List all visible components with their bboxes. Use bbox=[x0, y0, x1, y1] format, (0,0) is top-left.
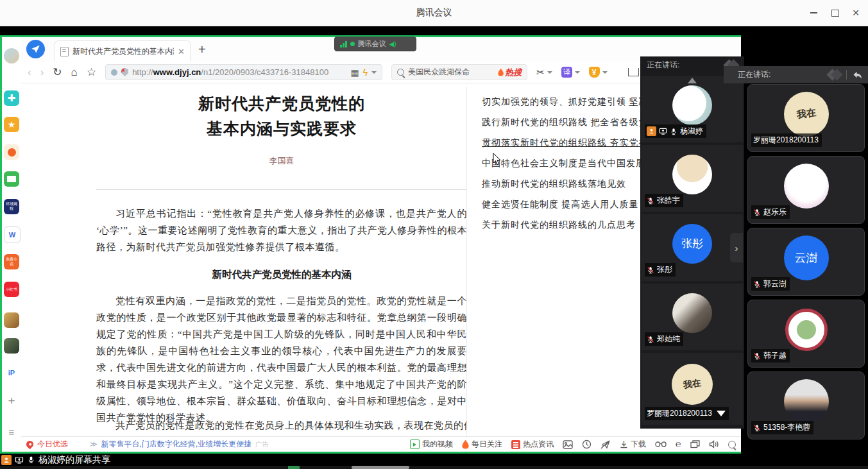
qr-code-icon[interactable]: ▦ bbox=[350, 67, 359, 78]
download-button[interactable]: 下载 bbox=[620, 439, 646, 450]
forward-button[interactable]: › bbox=[40, 67, 44, 78]
video-tile[interactable]: 赵乐乐 bbox=[747, 156, 865, 224]
window-restore-button[interactable] bbox=[824, 0, 846, 26]
recording-dot-icon bbox=[350, 42, 355, 46]
xiaohongshu-icon[interactable]: 小红书 bbox=[4, 282, 19, 297]
video-tile[interactable]: 郑始纯 bbox=[642, 284, 743, 350]
participant-name: 51358-李艳蓉 bbox=[763, 422, 810, 433]
mail-icon[interactable] bbox=[4, 171, 19, 187]
scissors-icon: ✂ bbox=[536, 67, 545, 78]
expand-panel-button[interactable]: › bbox=[730, 233, 743, 262]
browser-logo-icon[interactable] bbox=[26, 40, 45, 58]
related-link[interactable]: 中国特色社会主义制度是当代中国发展进步… bbox=[482, 158, 663, 178]
video-tile[interactable]: 张彤 张彤 › bbox=[642, 214, 743, 281]
video-tile[interactable]: 我在 罗丽珊2018200113 bbox=[642, 353, 743, 425]
mic-muted-icon bbox=[753, 352, 761, 360]
window-minimize-button[interactable] bbox=[803, 0, 824, 26]
window-close-button[interactable]: ✕ bbox=[845, 0, 867, 26]
wallet-shield-tool[interactable]: ¥ bbox=[589, 67, 608, 78]
video-tile[interactable]: 张皓宇 bbox=[642, 145, 743, 212]
shared-screen: ✚ ★ 环球网校 W 免费小说 小红书 iP + ≡ 新时代共产党员党性的基本内… bbox=[0, 35, 741, 454]
dock-add-icon[interactable]: + bbox=[4, 393, 19, 409]
my-videos-button[interactable]: 我的视频 bbox=[410, 439, 453, 450]
dock-menu-icon[interactable]: ≡ bbox=[4, 424, 19, 439]
page-search-icon[interactable] bbox=[728, 441, 736, 448]
avatar bbox=[672, 293, 712, 333]
speed-bolt-icon[interactable]: ϟ bbox=[363, 67, 368, 78]
history-clock-icon[interactable] bbox=[582, 439, 591, 449]
related-link[interactable]: 切实加强党的领导、抓好党建引领 坚决夺… bbox=[482, 96, 663, 117]
tab-close-icon[interactable]: ✕ bbox=[178, 47, 185, 56]
related-link-hovered[interactable]: 贯彻落实新时代党的组织路线 夯实党在边… bbox=[482, 137, 663, 158]
scroll-up-icon[interactable] bbox=[688, 78, 697, 83]
screen-share-icon bbox=[659, 127, 667, 135]
daily-focus-button[interactable]: 每日关注 bbox=[462, 439, 502, 450]
avatar: 张彤 bbox=[672, 224, 712, 264]
game-icon-2[interactable] bbox=[4, 338, 19, 354]
free-novel-icon[interactable]: 免费小说 bbox=[4, 254, 19, 269]
theme-skin-icon[interactable] bbox=[628, 68, 639, 76]
related-link[interactable]: 健全选贤任能制度 提高选人用人质量 bbox=[482, 199, 663, 219]
screenshot-tool[interactable]: ✂ bbox=[536, 67, 552, 78]
boost-rocket-icon[interactable] bbox=[600, 440, 611, 449]
meeting-status-pill[interactable]: 腾讯会议 ◀) bbox=[334, 37, 416, 51]
related-link[interactable]: 践行新时代党的组织路线 把全省各级党组… bbox=[482, 117, 663, 137]
refresh-button[interactable]: ↻ bbox=[53, 67, 62, 78]
map-pin-icon bbox=[25, 439, 35, 450]
huanqiu-wangxiao-icon[interactable]: 环球网校 bbox=[4, 199, 19, 214]
avatar bbox=[784, 164, 829, 209]
mic-muted-icon bbox=[753, 280, 761, 288]
image-tool-icon[interactable] bbox=[563, 440, 573, 449]
page-info-icon[interactable] bbox=[111, 69, 117, 76]
video-tile[interactable]: 韩子越 bbox=[747, 300, 865, 368]
ip-app-icon[interactable]: iP bbox=[4, 365, 19, 380]
hot-search-badge[interactable]: 热搜 bbox=[498, 67, 522, 78]
speaking-header: 正在讲话: bbox=[647, 60, 679, 71]
ad-chevron-icon: ≫ bbox=[90, 440, 98, 448]
multi-window-icon[interactable] bbox=[690, 440, 700, 448]
windows-taskbar[interactable] bbox=[0, 466, 868, 469]
daily-picks-link[interactable]: 今日优选 bbox=[37, 439, 68, 450]
bookmark-star-button[interactable]: ☆ bbox=[87, 67, 96, 78]
flame-icon bbox=[462, 440, 469, 449]
mic-on-icon bbox=[670, 128, 677, 135]
volume-icon[interactable] bbox=[709, 440, 719, 448]
video-tile[interactable]: 我在 罗丽珊2018200113 bbox=[747, 84, 865, 152]
back-to-meeting-icon[interactable] bbox=[852, 70, 863, 80]
mic-muted-icon bbox=[753, 209, 761, 216]
goggles-icon[interactable] bbox=[655, 441, 667, 448]
weibo-icon[interactable] bbox=[4, 144, 19, 160]
health-app-icon[interactable]: ✚ bbox=[4, 90, 19, 106]
video-tile[interactable]: 杨淑婷 bbox=[642, 76, 743, 142]
taskbar-item[interactable] bbox=[288, 466, 300, 469]
document-app-icon[interactable]: W bbox=[4, 226, 21, 243]
related-link[interactable]: 关于新时代党的组织路线的几点思考 bbox=[482, 219, 663, 240]
url-dropdown-icon[interactable] bbox=[371, 71, 377, 76]
ad-link[interactable]: 新零售平台,门店数字化经营,业绩增长更便捷 bbox=[101, 439, 252, 450]
game-icon-1[interactable] bbox=[4, 312, 19, 328]
favorites-star-icon[interactable]: ★ bbox=[4, 117, 19, 132]
search-box[interactable]: 美国民众跳湖保命 热搜 bbox=[391, 64, 527, 80]
hot-news-button[interactable]: 热点资讯 bbox=[511, 439, 554, 450]
flame-icon bbox=[498, 69, 504, 76]
participant-name: 张彤 bbox=[657, 264, 672, 275]
participants-panel-shared: 正在讲话: 杨淑婷 张皓宇 张彤 张彤 › 郑始纯 我 bbox=[640, 56, 744, 429]
article-paragraph-2: 党性有双重内涵，一是指政党的党性，二是指党员的党性。政党的党性就是一个政党的性质… bbox=[96, 293, 467, 426]
video-tile[interactable]: 云澍 郭云澍 bbox=[747, 228, 865, 296]
related-link[interactable]: 推动新时代党的组织路线落地见效 bbox=[482, 178, 663, 199]
participant-name: 杨淑婷 bbox=[680, 126, 703, 137]
browser-tab[interactable]: 新时代共产党员党性的基本内涵 ✕ bbox=[55, 40, 191, 62]
taskbar-item[interactable] bbox=[352, 466, 409, 469]
user-avatar[interactable] bbox=[4, 48, 19, 64]
avatar: 我在 bbox=[672, 364, 713, 405]
back-button[interactable]: ‹ bbox=[28, 67, 31, 78]
translate-tool[interactable]: 译 bbox=[561, 67, 580, 78]
signal-bars-icon bbox=[340, 41, 347, 47]
url-bar[interactable]: ✗ http://www.djyj.cn/n1/2020/0903/c43371… bbox=[105, 64, 382, 80]
new-tab-button[interactable]: + bbox=[198, 42, 206, 57]
ie-compat-icon[interactable]: ℮ bbox=[676, 439, 681, 450]
home-button[interactable]: ⌂ bbox=[71, 67, 78, 78]
video-tile[interactable]: 51358-李艳蓉 bbox=[747, 371, 865, 439]
scroll-down-icon[interactable] bbox=[717, 411, 726, 416]
mic-muted-icon bbox=[647, 266, 654, 274]
